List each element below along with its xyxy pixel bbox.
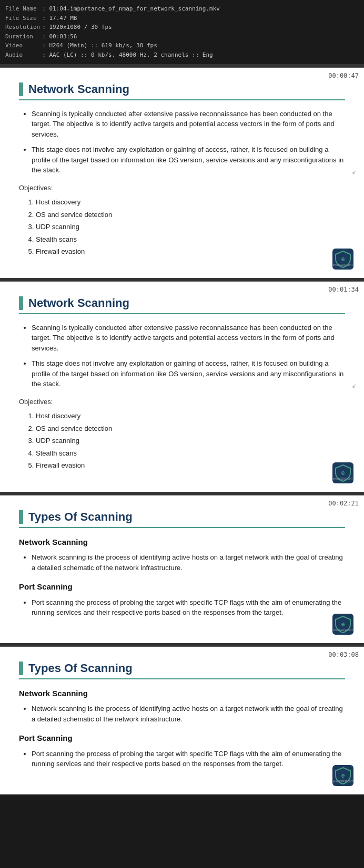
list-item: UDP scanning (36, 222, 345, 232)
list-item: Firewall evasion (36, 460, 345, 471)
list-item: Network scanning is the process of ident… (32, 552, 345, 573)
slide-title-1: Network Scanning (19, 296, 345, 314)
audio-value: : AAC (LC) :: 0 kb/s, 48000 Hz, 2 channe… (42, 50, 222, 60)
list-item: This stage does not involve any exploita… (32, 144, 345, 175)
timestamp-0: 00:00:47 (328, 72, 359, 79)
duration-value: : 00:03:56 (42, 32, 222, 42)
title-accent-bar (19, 82, 23, 96)
list-item: Firewall evasion (36, 246, 345, 257)
slide-title-0: Network Scanning (19, 82, 345, 100)
title-accent-bar (19, 510, 23, 524)
file-name-value: : 01:04-importance_of_nmap_for_network_s… (42, 4, 222, 14)
objectives-list: Host discoveryOS and service detectionUD… (19, 197, 345, 257)
objectives-label: Objectives: (19, 183, 345, 193)
objectives-label: Objectives: (19, 397, 345, 407)
svg-text:e: e (341, 772, 345, 779)
list-item: Host discovery (36, 411, 345, 421)
slide-body: Network ScanningNetwork scanning is the … (19, 536, 345, 618)
svg-text:eHACKERSPOINT: eHACKERSPOINT (333, 264, 353, 266)
svg-text:eHACKERSPOINT: eHACKERSPOINT (333, 780, 353, 783)
slide-body: Scanning is typically conducted after ex… (19, 323, 345, 471)
logo-watermark: e eHACKERSPOINT (331, 247, 355, 271)
title-text: Network Scanning (28, 296, 129, 310)
title-accent-bar (19, 296, 23, 310)
file-size-label: File Size (5, 14, 42, 23)
timestamp-2: 00:02:21 (328, 500, 359, 507)
list-item: OS and service detection (36, 423, 345, 434)
slide-2: 00:02:21Types Of ScanningNetwork Scannin… (0, 495, 364, 643)
section-bullet-list: Network scanning is the process of ident… (19, 552, 345, 573)
section-heading: Network Scanning (19, 536, 345, 549)
list-item: Stealth scans (36, 234, 345, 245)
section-bullet-list: Network scanning is the process of ident… (19, 704, 345, 724)
list-item: Scanning is typically conducted after ex… (32, 109, 345, 140)
section-heading: Port Scanning (19, 581, 345, 593)
section-heading: Network Scanning (19, 688, 345, 700)
svg-text:e: e (341, 621, 345, 628)
video-label: Video (5, 41, 42, 50)
list-item: Port scanning the process of probing the… (32, 749, 345, 769)
resolution-value: : 1920x1080 / 30 fps (42, 23, 222, 32)
slide-title-3: Types Of Scanning (19, 662, 345, 679)
section-bullet-list: Port scanning the process of probing the… (19, 749, 345, 769)
list-item: Port scanning the process of probing the… (32, 597, 345, 618)
title-text: Types Of Scanning (28, 662, 133, 675)
svg-text:e: e (341, 255, 345, 263)
file-info-panel: File Name : 01:04-importance_of_nmap_for… (0, 0, 364, 64)
timestamp-1: 00:01:34 (328, 286, 359, 293)
title-text: Types Of Scanning (28, 510, 133, 524)
list-item: Host discovery (36, 197, 345, 208)
slide-1: 00:01:34Network ScanningScanning is typi… (0, 281, 364, 492)
logo-watermark: e eHACKERSPOINT (331, 764, 355, 787)
title-accent-bar (19, 662, 23, 675)
slide-body: Scanning is typically conducted after ex… (19, 109, 345, 257)
bullet-list: Scanning is typically conducted after ex… (19, 323, 345, 389)
slide-0: 00:00:47Network ScanningScanning is typi… (0, 67, 364, 278)
list-item: OS and service detection (36, 210, 345, 220)
audio-label: Audio (5, 50, 42, 60)
section-bullet-list: Port scanning the process of probing the… (19, 597, 345, 618)
list-item: Scanning is typically conducted after ex… (32, 323, 345, 354)
resolution-label: Resolution (5, 23, 42, 32)
file-size-value: : 17.47 MB (42, 14, 222, 23)
list-item: This stage does not involve any exploita… (32, 358, 345, 389)
video-value: : H264 (Main) :: 619 kb/s, 30 fps (42, 41, 222, 50)
file-name-label: File Name (5, 4, 42, 14)
bullet-list: Scanning is typically conducted after ex… (19, 109, 345, 175)
logo-watermark: e eHACKERSPOINT (331, 613, 355, 636)
svg-text:eHACKERSPOINT: eHACKERSPOINT (333, 629, 353, 632)
section-heading: Port Scanning (19, 732, 345, 745)
cursor-indicator: ↙ (352, 383, 357, 389)
list-item: Network scanning is the process of ident… (32, 704, 345, 724)
duration-label: Duration (5, 32, 42, 42)
svg-text:e: e (341, 469, 345, 477)
slide-body: Network ScanningNetwork scanning is the … (19, 688, 345, 769)
list-item: Stealth scans (36, 448, 345, 459)
logo-watermark: e eHACKERSPOINT (331, 461, 355, 484)
list-item: UDP scanning (36, 436, 345, 446)
cursor-indicator: ↙ (352, 169, 357, 175)
title-text: Network Scanning (28, 82, 129, 96)
slide-3: 00:03:08Types Of ScanningNetwork Scannin… (0, 646, 364, 794)
slide-title-2: Types Of Scanning (19, 510, 345, 528)
timestamp-3: 00:03:08 (328, 651, 359, 658)
svg-text:eHACKERSPOINT: eHACKERSPOINT (333, 478, 353, 480)
objectives-list: Host discoveryOS and service detectionUD… (19, 411, 345, 471)
